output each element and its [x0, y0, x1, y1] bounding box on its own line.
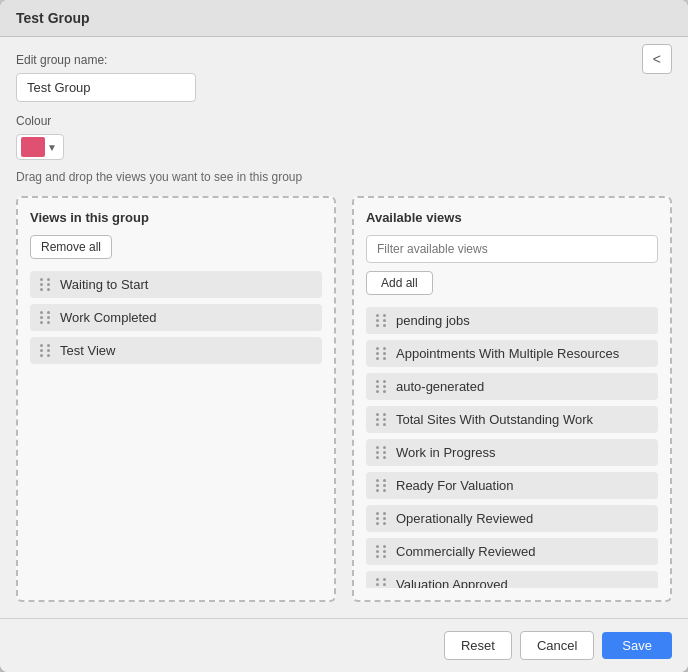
modal-body: Edit group name: Colour ▼ Drag and drop …	[0, 37, 688, 618]
drag-handle-icon	[40, 278, 52, 291]
list-item[interactable]: pending jobs	[366, 307, 658, 334]
drag-handle-icon	[376, 512, 388, 525]
left-panel-title: Views in this group	[30, 210, 322, 225]
save-button[interactable]: Save	[602, 632, 672, 659]
drag-handle-icon	[376, 446, 388, 459]
list-item[interactable]: Commercially Reviewed	[366, 538, 658, 565]
drag-handle-icon	[376, 578, 388, 588]
right-view-list: pending jobs Appointments With Multiple …	[366, 307, 658, 588]
modal-container: Test Group < Edit group name: Colour ▼ D…	[0, 0, 688, 672]
list-item-label: Work Completed	[60, 310, 157, 325]
list-item[interactable]: Valuation Approved	[366, 571, 658, 588]
drag-handle-icon	[376, 314, 388, 327]
filter-available-views-input[interactable]	[366, 235, 658, 263]
list-item-label: Waiting to Start	[60, 277, 148, 292]
list-item[interactable]: Operationally Reviewed	[366, 505, 658, 532]
list-item[interactable]: Appointments With Multiple Resources	[366, 340, 658, 367]
list-item-label: Valuation Approved	[396, 577, 508, 588]
drag-handle-icon	[376, 413, 388, 426]
drag-handle-icon	[376, 347, 388, 360]
edit-group-name-label: Edit group name:	[16, 53, 672, 67]
drag-handle-icon	[40, 344, 52, 357]
list-item-label: Commercially Reviewed	[396, 544, 535, 559]
list-item[interactable]: Waiting to Start	[30, 271, 322, 298]
group-name-input[interactable]	[16, 73, 196, 102]
reset-button[interactable]: Reset	[444, 631, 512, 660]
panels-row: Views in this group Remove all Waiting t…	[16, 196, 672, 602]
add-all-button[interactable]: Add all	[366, 271, 433, 295]
colour-label: Colour	[16, 114, 672, 128]
list-item-label: Test View	[60, 343, 115, 358]
right-panel: Available views Add all pending jobs	[352, 196, 672, 602]
chevron-down-icon: ▼	[47, 142, 57, 153]
share-button[interactable]: <	[642, 44, 672, 74]
drag-hint-text: Drag and drop the views you want to see …	[16, 170, 672, 184]
drag-handle-icon	[376, 479, 388, 492]
list-item[interactable]: auto-generated	[366, 373, 658, 400]
colour-picker-button[interactable]: ▼	[16, 134, 64, 160]
left-view-list: Waiting to Start Work Completed Test Vie…	[30, 271, 322, 588]
list-item-label: auto-generated	[396, 379, 484, 394]
modal-title: Test Group	[16, 10, 90, 26]
list-item-label: Appointments With Multiple Resources	[396, 346, 619, 361]
list-item-label: Work in Progress	[396, 445, 495, 460]
cancel-button[interactable]: Cancel	[520, 631, 594, 660]
drag-handle-icon	[376, 380, 388, 393]
right-panel-title: Available views	[366, 210, 658, 225]
list-item-label: Ready For Valuation	[396, 478, 514, 493]
list-item[interactable]: Test View	[30, 337, 322, 364]
list-item-label: Total Sites With Outstanding Work	[396, 412, 593, 427]
list-item[interactable]: Work in Progress	[366, 439, 658, 466]
remove-all-button[interactable]: Remove all	[30, 235, 112, 259]
drag-handle-icon	[376, 545, 388, 558]
drag-handle-icon	[40, 311, 52, 324]
list-item[interactable]: Work Completed	[30, 304, 322, 331]
list-item-label: pending jobs	[396, 313, 470, 328]
modal-header: Test Group <	[0, 0, 688, 37]
list-item[interactable]: Ready For Valuation	[366, 472, 658, 499]
left-panel: Views in this group Remove all Waiting t…	[16, 196, 336, 602]
list-item-label: Operationally Reviewed	[396, 511, 533, 526]
modal-footer: Reset Cancel Save	[0, 618, 688, 672]
list-item[interactable]: Total Sites With Outstanding Work	[366, 406, 658, 433]
colour-swatch	[21, 137, 45, 157]
